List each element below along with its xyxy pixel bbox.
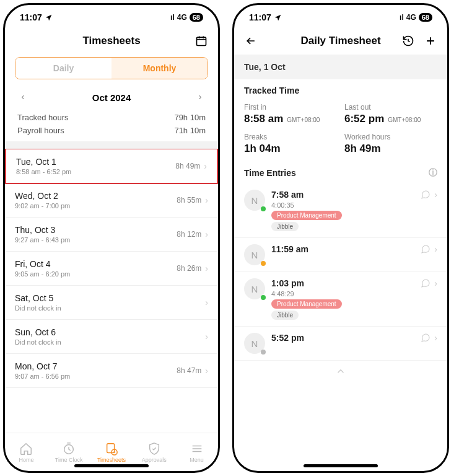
entry-tag-primary: Product Management (271, 211, 342, 220)
entry-duration: 4:48:29 (271, 290, 414, 298)
first-in-value: 8:58 am (244, 113, 283, 125)
entries-title: Time Entries (244, 168, 296, 178)
tz-label: GMT+08:00 (287, 117, 320, 123)
tab-approvals-label: Approvals (142, 457, 167, 463)
chevron-right-icon: › (434, 190, 437, 200)
page-title: Daily Timesheet (300, 35, 380, 47)
history-icon[interactable] (401, 34, 415, 48)
tracked-hours-label: Tracked hours (17, 113, 69, 122)
day-range: Did not clock in (15, 304, 61, 312)
day-hours: 8h 49m (175, 162, 200, 170)
entry-avatar: N (244, 190, 265, 211)
day-date: Mon, Oct 7 (15, 361, 70, 371)
day-row[interactable]: Thu, Oct 3 9:27 am - 6:43 pm 8h 12m › (5, 218, 218, 252)
tab-menu[interactable]: Menu (175, 433, 218, 471)
location-icon (45, 14, 53, 22)
chevron-right-icon: › (205, 263, 208, 273)
day-date: Thu, Oct 3 (15, 225, 70, 235)
day-range: 9:02 am - 7:00 pm (15, 202, 70, 209)
tab-clock-label: Time Clock (55, 457, 83, 463)
calendar-icon[interactable] (195, 34, 208, 48)
tracked-hours-value: 79h 10m (174, 113, 206, 122)
seg-monthly[interactable]: Monthly (111, 58, 208, 79)
comment-icon[interactable] (421, 333, 431, 343)
day-row[interactable]: Fri, Oct 4 9:05 am - 6:20 pm 8h 26m › (5, 252, 218, 286)
entry-row[interactable]: N 5:52 pm › (234, 327, 447, 361)
day-hours: 8h 55m (177, 196, 201, 205)
comment-icon[interactable] (421, 244, 431, 254)
battery-badge: 68 (419, 13, 432, 22)
day-row[interactable]: Sun, Oct 6 Did not clock in › (5, 320, 218, 354)
header-left: Timesheets (5, 30, 218, 55)
payroll-hours-label: Payroll hours (17, 126, 64, 135)
signal-icon: ıl (170, 13, 175, 22)
chevron-right-icon: › (434, 244, 437, 254)
month-label: Oct 2024 (92, 92, 131, 103)
last-out-label: Last out (344, 103, 437, 112)
tab-menu-label: Menu (190, 457, 204, 463)
day-range: Did not clock in (15, 338, 61, 346)
status-dot (261, 350, 266, 355)
chevron-right-icon: › (434, 333, 437, 343)
day-row[interactable]: Tue, Oct 1 8:58 am - 6:52 pm 8h 49m › (5, 149, 218, 184)
entries-list: N 7:58 am4:00:35Product ManagementJibble… (234, 183, 447, 361)
tracked-grid: First in 8:58 am GMT+08:00 Last out 6:52… (234, 99, 447, 164)
day-list: Tue, Oct 1 8:58 am - 6:52 pm 8h 49m › We… (5, 149, 218, 433)
battery-badge: 68 (190, 13, 203, 22)
chevron-right-icon: › (205, 229, 208, 239)
day-row[interactable]: Sat, Oct 5 Did not clock in › (5, 286, 218, 320)
divider (5, 141, 218, 149)
svg-rect-2 (107, 443, 115, 452)
tab-sheets-label: Timesheets (97, 457, 126, 463)
chevron-right-icon: › (205, 332, 208, 342)
entry-row[interactable]: N 1:03 pm4:48:29Product ManagementJibble… (234, 272, 447, 327)
collapse-arrow[interactable] (234, 361, 447, 403)
add-button[interactable] (424, 34, 437, 48)
day-row[interactable]: Wed, Oct 2 9:02 am - 7:00 pm 8h 55m › (5, 183, 218, 218)
day-date: Wed, Oct 2 (15, 191, 70, 201)
phone-right: 11:07 ıl 4G 68 Daily Timesheet Tue, 1 Oc… (232, 3, 449, 473)
summary: Tracked hours 79h 10m Payroll hours 71h … (5, 112, 218, 141)
day-date: Tue, Oct 1 (16, 157, 71, 167)
day-date: Sun, Oct 6 (15, 327, 61, 337)
next-month-button[interactable] (195, 92, 206, 103)
tab-home[interactable]: Home (5, 433, 48, 471)
comment-icon[interactable] (421, 278, 431, 288)
home-indicator (304, 464, 378, 467)
entry-duration: 4:00:35 (271, 201, 414, 209)
day-hours: 8h 47m (177, 366, 201, 375)
svg-rect-0 (197, 37, 206, 45)
day-row[interactable]: Mon, Oct 7 9:07 am - 6:56 pm 8h 47m › (5, 354, 218, 388)
status-bar: 11:07 ıl 4G 68 (234, 5, 447, 30)
home-indicator (74, 464, 149, 467)
day-range: 9:27 am - 6:43 pm (15, 236, 70, 244)
payroll-hours-value: 71h 10m (174, 126, 206, 135)
entry-tag-secondary: Jibble (271, 222, 299, 231)
day-hours: 8h 26m (177, 264, 201, 273)
day-range: 9:05 am - 6:20 pm (15, 270, 70, 278)
entry-time: 1:03 pm (271, 278, 414, 288)
entry-time: 7:58 am (271, 190, 414, 200)
day-range: 9:07 am - 6:56 pm (15, 372, 70, 380)
back-button[interactable] (244, 34, 258, 48)
prev-month-button[interactable] (17, 92, 28, 103)
network-label: 4G (177, 13, 187, 22)
worked-value: 8h 49m (344, 143, 381, 155)
status-dot (261, 206, 266, 211)
entry-row[interactable]: N 11:59 am › (234, 238, 447, 272)
location-icon (274, 14, 282, 22)
chevron-right-icon: › (205, 298, 208, 307)
worked-label: Worked hours (344, 133, 437, 141)
day-hours: 8h 12m (177, 230, 201, 239)
entry-avatar: N (244, 333, 265, 354)
seg-daily[interactable]: Daily (15, 58, 111, 79)
info-icon[interactable]: ⓘ (429, 167, 437, 178)
status-time: 11:07 (20, 12, 42, 22)
entries-header: Time Entries ⓘ (234, 164, 447, 183)
entry-avatar: N (244, 244, 265, 265)
entry-row[interactable]: N 7:58 am4:00:35Product ManagementJibble… (234, 183, 447, 238)
segmented-control: Daily Monthly (15, 57, 208, 79)
status-time: 11:07 (249, 12, 271, 22)
day-date: Sat, Oct 5 (15, 293, 61, 303)
comment-icon[interactable] (421, 190, 431, 200)
